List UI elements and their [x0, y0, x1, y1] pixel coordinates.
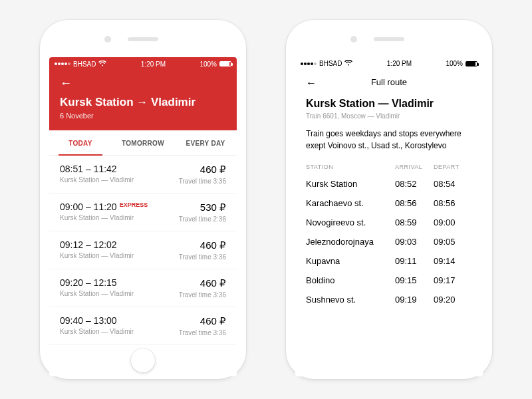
station-name: Kupavna [306, 256, 395, 266]
header: ← Full route [295, 70, 483, 95]
col-depart: DEPART [434, 164, 472, 170]
arrow-right-icon: → [136, 96, 151, 108]
station-depart: 08:54 [434, 179, 472, 189]
trip-row[interactable]: 09:00 – 11:20EXPRESSKursk Station — Vlad… [49, 194, 237, 231]
status-bar: BHSAD 1:20 PM 100% [295, 57, 483, 70]
train-meta: Train 6601, Moscow — Vladimir [306, 112, 472, 120]
trip-row[interactable]: 09:40 – 13:00Kursk Station — Vladimir460… [49, 307, 237, 345]
tab-today[interactable]: TODAY [49, 130, 112, 155]
trip-row[interactable]: 09:20 – 12:15Kursk Station — Vladimir460… [49, 269, 237, 307]
trip-travel-time: Travel time 3:36 [179, 329, 226, 336]
station-arrive: 08:59 [395, 217, 434, 227]
battery-pct-label: 100% [446, 60, 463, 67]
station-row[interactable]: Kupavna09:1109:14 [306, 251, 472, 271]
station-row[interactable]: Kursk Station08:5208:54 [306, 174, 472, 194]
tab-everyday[interactable]: EVERY DAY [174, 130, 237, 155]
trip-travel-time: Travel time 3:36 [179, 178, 226, 185]
trip-route: Kursk Station — Vladimir [60, 252, 134, 259]
route-heading: Kursk Station — Vladimir [306, 98, 472, 110]
page-title: Full route [371, 77, 407, 87]
station-row[interactable]: Sushnevo st.09:1909:20 [306, 290, 472, 309]
station-row[interactable]: Karachaevo st.08:5608:56 [306, 194, 472, 213]
station-depart: 09:05 [434, 237, 472, 247]
trip-route: Kursk Station — Vladimir [60, 290, 134, 297]
station-arrive: 09:15 [395, 275, 434, 285]
battery-icon [466, 61, 477, 66]
station-arrive: 09:11 [395, 256, 434, 266]
trip-list[interactable]: 08:51 – 11:42Kursk Station — Vladimir460… [49, 156, 237, 345]
phone-frame-left: BHSAD 1:20 PM 100% ← Kursk Station → Vla… [40, 20, 246, 379]
trip-row[interactable]: 08:51 – 11:42Kursk Station — Vladimir460… [49, 156, 237, 194]
tab-tomorrow[interactable]: TOMORROW [112, 130, 174, 155]
station-name: Novogireevo st. [306, 217, 395, 227]
station-row[interactable]: Boldino09:1509:17 [306, 271, 472, 290]
trip-route: Kursk Station — Vladimir [60, 328, 134, 335]
station-depart: 09:17 [434, 275, 472, 285]
header: ← Kursk Station → Vladimir 6 Noveber [49, 70, 237, 130]
back-arrow-icon[interactable]: ← [306, 77, 317, 89]
battery-pct-label: 100% [200, 61, 217, 68]
route-date: 6 Noveber [60, 112, 226, 120]
station-depart: 09:00 [434, 217, 472, 227]
trip-times: 09:20 – 12:15 [60, 277, 134, 288]
trip-times: 09:00 – 11:20EXPRESS [60, 201, 148, 212]
route-from: Kursk Station [60, 96, 134, 108]
trip-price: 460 ₽ [179, 164, 226, 176]
table-header: STATION ARRIVAL DEPART [306, 164, 472, 174]
station-name: Boldino [306, 275, 395, 285]
tabs: TODAY TOMORROW EVERY DAY [49, 130, 237, 156]
wifi-icon [344, 60, 352, 67]
station-name: Sushnevo st. [306, 295, 395, 305]
express-badge: EXPRESS [120, 201, 148, 208]
back-arrow-icon[interactable]: ← [60, 77, 72, 89]
heading-to: Vladimir [392, 98, 434, 109]
trip-route: Kursk Station — Vladimir [60, 214, 148, 221]
heading-from: Kursk Station [306, 98, 375, 109]
route-note: Train goes weekdays and stops everywhere… [306, 128, 472, 152]
trip-price: 460 ₽ [179, 239, 226, 251]
station-depart: 09:20 [434, 295, 472, 305]
trip-row[interactable]: 09:12 – 12:02Kursk Station — Vladimir460… [49, 231, 237, 269]
route-to: Vladimir [151, 96, 196, 108]
route-title: Kursk Station → Vladimir [60, 96, 226, 109]
station-arrive: 08:56 [395, 198, 434, 208]
trip-travel-time: Travel time 3:36 [179, 253, 226, 261]
station-arrive: 08:52 [395, 179, 434, 189]
route-detail: Kursk Station — Vladimir Train 6601, Mos… [295, 98, 483, 309]
wifi-icon [98, 61, 106, 68]
signal-dots-icon [55, 63, 70, 65]
trip-travel-time: Travel time 2:36 [179, 215, 226, 223]
status-bar: BHSAD 1:20 PM 100% [49, 57, 237, 70]
home-indicator-icon [131, 348, 155, 372]
station-name: Kursk Station [306, 179, 395, 189]
clock-label: 1:20 PM [141, 61, 166, 68]
carrier-label: BHSAD [73, 61, 96, 68]
col-arrival: ARRIVAL [395, 164, 434, 170]
trip-times: 08:51 – 11:42 [60, 164, 134, 174]
station-row[interactable]: Novogireevo st.08:5909:00 [306, 213, 472, 232]
station-rows: Kursk Station08:5208:54Karachaevo st.08:… [306, 174, 472, 309]
station-arrive: 09:03 [395, 237, 434, 247]
trip-travel-time: Travel time 3:36 [179, 291, 226, 299]
phone-frame-right: BHSAD 1:20 PM 100% ← Full route Kursk St… [286, 20, 492, 379]
screen-schedule: BHSAD 1:20 PM 100% ← Kursk Station → Vla… [49, 57, 237, 376]
dash-separator: — [378, 98, 391, 109]
station-row[interactable]: Jeleznodorojnaya09:0309:05 [306, 232, 472, 251]
station-name: Jeleznodorojnaya [306, 237, 395, 247]
col-station: STATION [306, 164, 395, 170]
trip-times: 09:40 – 13:00 [60, 315, 134, 326]
signal-dots-icon [301, 63, 317, 65]
station-depart: 08:56 [434, 198, 472, 208]
carrier-label: BHSAD [319, 60, 342, 67]
trip-times: 09:12 – 12:02 [60, 239, 134, 250]
battery-icon [219, 61, 231, 66]
clock-label: 1:20 PM [387, 60, 412, 67]
trip-price: 460 ₽ [179, 315, 226, 327]
screen-route-detail: BHSAD 1:20 PM 100% ← Full route Kursk St… [295, 57, 483, 376]
station-depart: 09:14 [434, 256, 472, 266]
trip-price: 460 ₽ [179, 277, 226, 289]
trip-price: 530 ₽ [179, 201, 226, 213]
station-arrive: 09:19 [395, 295, 434, 305]
trip-route: Kursk Station — Vladimir [60, 176, 134, 184]
station-name: Karachaevo st. [306, 198, 395, 208]
